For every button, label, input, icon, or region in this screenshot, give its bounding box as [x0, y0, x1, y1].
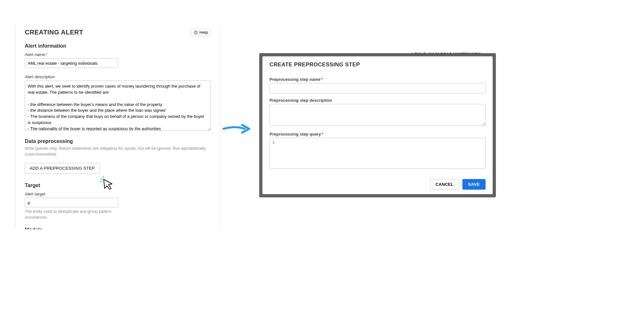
help-icon: [194, 30, 198, 35]
cancel-button[interactable]: CANCEL: [430, 179, 459, 190]
modal-title: CREATE PREPROCESSING STEP: [270, 62, 486, 68]
step-description-label: Preprocessing step description: [270, 98, 486, 103]
create-preprocessing-modal: CREATE PREPROCESSING STEP Preprocessing …: [262, 56, 493, 194]
field-alert-description: Alert description: [25, 74, 211, 132]
svg-point-1: [196, 33, 196, 33]
section-models-title: Models: [25, 227, 211, 230]
step-query-textarea[interactable]: [270, 138, 486, 169]
step-name-label: Preprocessing step name*: [270, 77, 486, 82]
alert-target-label: Alert target: [25, 192, 211, 196]
modal-backdrop: ‹ BACK TO ALERTS DASHBOARD CREATE PREPRO…: [259, 53, 496, 197]
preprocessing-helper: Write queries only. Return statements ar…: [25, 146, 211, 157]
page-title: CREATING ALERT: [25, 29, 83, 36]
required-marker: *: [46, 52, 47, 57]
alert-target-input[interactable]: [25, 198, 118, 207]
arrow-right-icon: [222, 121, 251, 137]
help-label: Help: [199, 30, 208, 35]
field-step-query: Preprocessing step query*: [270, 132, 486, 170]
required-marker: *: [322, 132, 323, 137]
alert-target-helper: The entity used to deduplicate and group…: [25, 209, 118, 220]
modal-footer: CANCEL SAVE: [430, 179, 486, 190]
alert-name-label: Alert name*: [25, 52, 211, 57]
section-alert-info-title: Alert information: [25, 43, 211, 49]
alert-description-textarea[interactable]: [25, 80, 211, 131]
add-preprocessing-step-button[interactable]: ADD A PREPROCESSING STEP: [25, 163, 100, 174]
field-step-description: Preprocessing step description: [270, 98, 486, 127]
section-target-title: Target: [25, 183, 211, 188]
step-name-input[interactable]: [270, 83, 486, 93]
alert-description-label: Alert description: [25, 74, 211, 79]
save-button[interactable]: SAVE: [462, 179, 486, 190]
step-description-textarea[interactable]: [270, 104, 486, 126]
help-button[interactable]: Help: [191, 29, 211, 36]
page-header: CREATING ALERT Help: [25, 29, 211, 36]
create-alert-panel: CREATING ALERT Help Alert information Al…: [15, 25, 221, 229]
required-marker: *: [321, 77, 323, 82]
field-step-name: Preprocessing step name*: [270, 77, 486, 93]
back-to-dashboard-link-truncated: ‹ BACK TO ALERTS DASHBOARD: [412, 52, 489, 56]
field-alert-target: Alert target The entity used to deduplic…: [25, 192, 211, 220]
field-alert-name: Alert name*: [25, 52, 211, 68]
alert-name-input[interactable]: [25, 58, 118, 68]
section-preprocessing-title: Data preprocessing: [25, 138, 211, 144]
step-query-label: Preprocessing step query*: [270, 132, 486, 137]
